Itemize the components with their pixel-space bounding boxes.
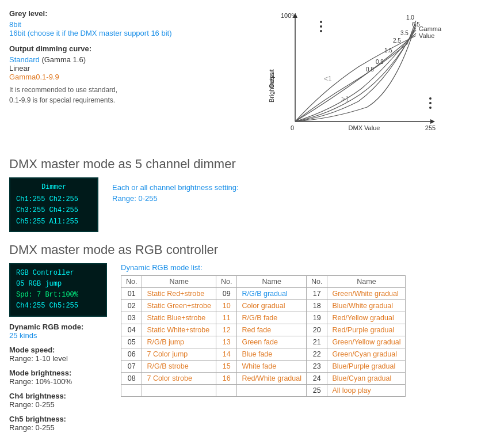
ch4-label: Ch4 brightness:: [9, 392, 66, 400]
row-no1: 02: [121, 299, 142, 312]
row-no2: 13: [216, 336, 236, 348]
row-no1: 04: [121, 324, 142, 336]
svg-text:Gamma: Gamma: [419, 25, 442, 32]
svg-text:>1: >1: [341, 95, 349, 103]
dmx-rgb-title: DMX master mode as RGB controller: [9, 242, 495, 257]
svg-text:6.5: 6.5: [412, 21, 420, 28]
svg-point-14: [320, 30, 322, 32]
rgb-mode-table: No. Name No. Name No. Name 01Static Red+…: [121, 275, 406, 397]
grey-level-label: Grey level:: [9, 9, 48, 18]
row-no3: 20: [306, 324, 327, 336]
row-name3: Blue/Purple gradual: [327, 360, 406, 372]
row-name1: Static Blue+strobe: [142, 312, 216, 324]
row-no3: 25: [306, 384, 327, 396]
row-no3: 24: [306, 372, 327, 384]
table-row: 07R/G/B strobe15White fade23Blue/Purple …: [121, 360, 406, 372]
option-8bit[interactable]: 8bit: [9, 20, 21, 29]
row-no3: 21: [306, 336, 327, 348]
th-no1: No.: [121, 275, 142, 287]
svg-point-16: [429, 102, 432, 104]
mode-brightness-info: Mode brightness: Range: 10%-100%: [9, 369, 107, 386]
row-no2: 09: [216, 287, 236, 299]
row-name3: Red/Yellow gradual: [327, 312, 406, 324]
th-no2: No.: [216, 275, 236, 287]
svg-text:100%: 100%: [281, 12, 297, 19]
table-row: 03Static Blue+strobe11R/G/B fade19Red/Ye…: [121, 312, 406, 324]
row-no1: 06: [121, 348, 142, 360]
linear-option: Linear: [9, 64, 30, 73]
row-name2: Blue fade: [237, 348, 307, 360]
th-name1: Name: [142, 275, 216, 287]
row-name3: Blue/White gradual: [327, 299, 406, 312]
row-no1: [121, 384, 142, 396]
row-no3: 19: [306, 312, 327, 324]
row-no2: 10: [216, 299, 236, 312]
lcd-5ch-line1: Ch1:255 Ch2:255: [16, 194, 91, 205]
standard-option[interactable]: Standard: [9, 55, 40, 64]
ch5-info: Ch5 brightness: Range: 0-255: [9, 415, 107, 432]
row-name3: Red/Purple gradual: [327, 324, 406, 336]
th-name2: Name: [237, 275, 307, 287]
gamma-range-option[interactable]: Gamma0.1-9.9: [9, 73, 59, 81]
dimming-note: It is recommended to use standard,0.1-9.…: [9, 85, 205, 105]
table-label: Dynamic RGB mode list:: [121, 263, 406, 272]
svg-text:1.0: 1.0: [406, 14, 414, 21]
row-name3: Green/Yellow gradual: [327, 336, 406, 348]
row-name1: R/G/B jump: [142, 336, 216, 348]
row-name3: Blue/Cyan gradual: [327, 372, 406, 384]
dmx-5ch-lcd: Dimmer Ch1:255 Ch2:255 Ch3:255 Ch4:255 C…: [9, 177, 98, 232]
dynamic-mode-val: 25 kinds: [9, 331, 37, 340]
table-row: 05R/G/B jump13Green fade21Green/Yellow g…: [121, 336, 406, 348]
svg-point-17: [429, 107, 432, 109]
row-name2: Color gradual: [237, 299, 307, 312]
row-no1: 07: [121, 360, 142, 372]
row-name2: [237, 384, 307, 396]
row-name1: Static Red+strobe: [142, 287, 216, 299]
svg-text:Value: Value: [419, 32, 434, 39]
table-header-row: No. Name No. Name No. Name: [121, 275, 406, 287]
table-row: 067 Color jump14Blue fade22Green/Cyan gr…: [121, 348, 406, 360]
svg-text:DMX Value: DMX Value: [349, 124, 380, 131]
row-no2: [216, 384, 236, 396]
dmx-5ch-info-label: Each or all channel brightness setting:: [112, 183, 239, 192]
svg-point-15: [429, 97, 432, 100]
row-name2: Red/White gradual: [237, 372, 307, 384]
option-16bit[interactable]: 16bit (choose it if the DMX master suppo…: [9, 29, 172, 37]
th-name3: Name: [327, 275, 406, 287]
svg-marker-3: [430, 119, 435, 124]
standard-sub: (Gamma 1.6): [41, 55, 86, 64]
row-name3: All loop play: [327, 384, 406, 396]
table-row: 25All loop play: [121, 384, 406, 396]
svg-text:255: 255: [425, 124, 436, 131]
row-name1: Static White+strobe: [142, 324, 216, 336]
table-row: 04Static White+strobe12Red fade20Red/Pur…: [121, 324, 406, 336]
row-name3: Green/Cyan gradual: [327, 348, 406, 360]
lcd-rgb-line4: Ch4:255 Ch5:255: [16, 301, 100, 312]
row-no2: 12: [216, 324, 236, 336]
row-no2: 16: [216, 372, 236, 384]
svg-text:<1: <1: [324, 75, 332, 83]
dynamic-mode-label: Dynamic RGB mode:: [9, 323, 83, 331]
dmx-5ch-section: DMX master mode as 5 channel dimmer Dimm…: [9, 157, 495, 232]
row-no3: 18: [306, 299, 327, 312]
row-name1: R/G/B strobe: [142, 360, 216, 372]
ch4-info: Ch4 brightness: Range: 0-255: [9, 392, 107, 409]
svg-text:0: 0: [291, 124, 294, 131]
dmx-rgb-section: DMX master mode as RGB controller RGB Co…: [9, 242, 495, 432]
ch5-label: Ch5 brightness:: [9, 415, 66, 423]
mode-brightness-val: Range: 10%-100%: [9, 377, 72, 386]
dynamic-mode-info: Dynamic RGB mode: 25 kinds: [9, 323, 107, 340]
row-name2: R/G/B fade: [237, 312, 307, 324]
lcd-5ch-title: Dimmer: [16, 182, 91, 193]
row-no2: 15: [216, 360, 236, 372]
row-no1: 03: [121, 312, 142, 324]
dmx-rgb-lcd: RGB Controller 05 RGB jump Spd: 7 Brt:10…: [9, 263, 107, 317]
output-dimming-label: Output dimming curve:: [9, 44, 91, 53]
mode-speed-val: Range: 1-10 level: [9, 354, 68, 363]
mode-brightness-label: Mode brightness:: [9, 369, 71, 377]
row-name3: Green/White gradual: [327, 287, 406, 299]
row-name2: White fade: [237, 360, 307, 372]
row-no1: 01: [121, 287, 142, 299]
gamma-chart: 100% Output Brightness 0 DMX Value 255 G…: [264, 9, 448, 146]
svg-text:Brightness: Brightness: [268, 73, 275, 103]
